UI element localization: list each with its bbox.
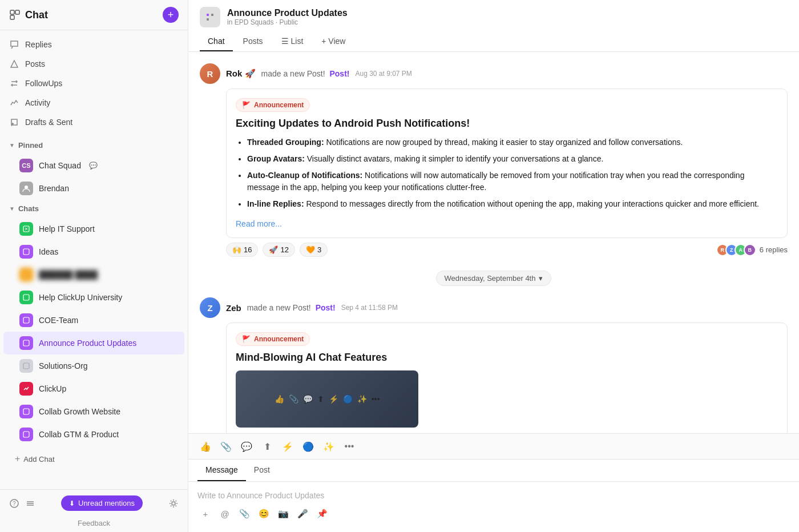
help-icon[interactable]: ?: [9, 498, 19, 509]
svg-rect-1: [15, 10, 19, 14]
sidebar-item-chat-squad[interactable]: CS Chat Squad 💬: [3, 154, 184, 177]
collab-growth-label: Collab Growth Website: [39, 407, 120, 416]
post-card-2: 🚩 Announcement Mind-Blowing AI Chat Feat…: [226, 323, 788, 433]
post-image-2: 👍📎💬⬆⚡🔵✨•••: [236, 370, 418, 428]
toolbar-action-icon[interactable]: ⚡: [280, 438, 296, 454]
input-attach-icon[interactable]: 📎: [236, 506, 252, 522]
solutions-org-avatar: [19, 359, 33, 373]
announce-avatar: [19, 336, 33, 350]
input-camera-icon[interactable]: 📷: [275, 506, 291, 522]
avatar-rok: R: [200, 63, 220, 84]
toolbar-attach-icon[interactable]: 📎: [218, 438, 234, 454]
sidebar-item-posts-label: Posts: [25, 59, 45, 68]
brendan-avatar: [19, 182, 33, 195]
toolbar-circle-icon[interactable]: 🔵: [300, 438, 316, 454]
sidebar-item-help-it[interactable]: Help IT Support: [3, 217, 184, 240]
ideas-avatar: [19, 245, 33, 259]
toolbar-sparkle-icon[interactable]: ✨: [321, 438, 337, 454]
chats-section-header[interactable]: ▼ Chats: [0, 200, 188, 217]
reaction-1[interactable]: 🙌 16: [226, 243, 258, 257]
toolbar-upload-icon[interactable]: ⬆: [259, 438, 275, 454]
input-plus-icon[interactable]: +: [197, 506, 213, 522]
toolbar-like-icon[interactable]: 👍: [197, 438, 213, 454]
bullet-1: Threaded Grouping: Notifications are now…: [247, 136, 778, 148]
sidebar-item-coe-team[interactable]: COE-Team: [3, 309, 184, 332]
unread-mentions-label: Unread mentions: [78, 499, 135, 507]
input-at-icon[interactable]: @: [217, 506, 233, 522]
chat-squad-avatar: CS: [19, 159, 33, 172]
tab-chat[interactable]: Chat: [200, 32, 233, 51]
toolbar-chat-icon[interactable]: 💬: [239, 438, 255, 454]
sidebar-item-announce[interactable]: Announce Product Updates: [3, 332, 184, 354]
svg-rect-23: [207, 14, 209, 16]
sidebar-item-activity[interactable]: Activity: [0, 93, 188, 112]
svg-rect-11: [23, 317, 29, 323]
tab-view[interactable]: + View: [313, 32, 353, 51]
reaction-3[interactable]: 🧡 3: [300, 243, 328, 257]
help-clickup-avatar: [19, 291, 33, 304]
collab-growth-avatar: [19, 405, 33, 418]
author-rok: Rok 🚀: [226, 68, 256, 79]
message-group-1: R Rok 🚀 made a new Post! Post! Aug 30 at…: [200, 63, 788, 257]
posts-icon: [9, 59, 19, 69]
sidebar-item-clickup[interactable]: ClickUp: [3, 377, 184, 400]
replies-count-1: 6 replies: [760, 245, 788, 254]
sidebar-item-collab-gtm[interactable]: Collab GTM & Product: [3, 423, 184, 446]
svg-rect-2: [10, 15, 14, 19]
replies-info-1[interactable]: R Z A B 6 replies: [716, 244, 788, 256]
add-chat-label: Add Chat: [23, 455, 54, 464]
coe-team-label: COE-Team: [39, 316, 78, 325]
date-pill[interactable]: Wednesday, September 4th ▾: [436, 271, 552, 286]
tab-posts[interactable]: Posts: [235, 32, 271, 51]
sidebar-item-followups[interactable]: FollowUps: [0, 74, 188, 93]
read-more-link-1[interactable]: Read more...: [236, 219, 282, 228]
unread-mentions-button[interactable]: ⬇ Unread mentions: [61, 495, 143, 511]
sidebar-item-posts[interactable]: Posts: [0, 54, 188, 74]
sidebar-item-help-clickup[interactable]: Help ClickUp University: [3, 286, 184, 309]
svg-marker-3: [11, 61, 18, 67]
input-mic-icon[interactable]: 🎤: [294, 506, 310, 522]
messages-area: R Rok 🚀 made a new Post! Post! Aug 30 at…: [188, 52, 799, 433]
sidebar-item-blurred[interactable]: ██████ ████: [3, 263, 184, 286]
sidebar-footer: ? ⬇ Unread mentions: [0, 489, 188, 517]
channel-meta: in EPD Squads · Public: [227, 18, 348, 26]
input-tab-post[interactable]: Post: [246, 460, 278, 481]
bullet-3: Auto-Cleanup of Notifications: Notificat…: [247, 170, 778, 194]
tab-list[interactable]: ☰ List: [273, 32, 312, 51]
pinned-section-header[interactable]: ▼ Pinned: [0, 136, 188, 154]
reply-avatar-4: B: [744, 244, 756, 256]
svg-rect-8: [23, 249, 29, 255]
sidebar-item-collab-growth[interactable]: Collab Growth Website: [3, 400, 184, 423]
input-emoji-icon[interactable]: 😊: [256, 506, 272, 522]
channel-title-row: Announce Product Updates in EPD Squads ·…: [200, 7, 788, 27]
input-area: Message Post Write to Announce Product U…: [188, 459, 799, 532]
add-chat-row[interactable]: + Add Chat: [0, 446, 188, 472]
add-chat-button[interactable]: + Add Chat: [9, 450, 179, 467]
toolbar-more-icon[interactable]: •••: [341, 438, 357, 454]
image-toolbar: 👍📎💬⬆⚡🔵✨•••: [275, 394, 380, 404]
add-button[interactable]: +: [163, 7, 179, 23]
svg-rect-0: [10, 10, 14, 14]
input-clip-icon[interactable]: 📌: [314, 506, 330, 522]
message-header-2: Z Zeb made a new Post! Post! Sep 4 at 11…: [200, 297, 788, 318]
announcement-flag-icon-2: 🚩: [242, 335, 251, 343]
sidebar-item-brendan[interactable]: Brendan: [3, 177, 184, 200]
post-badge-2: Post!: [316, 303, 336, 312]
header-tabs: Chat Posts ☰ List + View: [200, 32, 788, 51]
settings-icon[interactable]: [168, 498, 179, 509]
reaction-2[interactable]: 🚀 12: [263, 243, 294, 257]
sidebar-item-ideas[interactable]: Ideas: [3, 240, 184, 263]
sidebar-item-replies[interactable]: Replies: [0, 35, 188, 54]
feedback-label[interactable]: Feedback: [0, 517, 188, 532]
blurred-avatar: [19, 268, 33, 281]
reactions-group-1: 🙌 16 🚀 12 🧡 3: [226, 243, 328, 257]
list-icon[interactable]: [25, 498, 35, 509]
input-placeholder[interactable]: Write to Announce Product Updates: [197, 489, 790, 502]
sidebar-item-solutions-org[interactable]: Solutions-Org: [3, 354, 184, 377]
input-tab-message[interactable]: Message: [197, 460, 246, 481]
svg-point-4: [25, 186, 28, 189]
sidebar-item-drafts[interactable]: Drafts & Sent: [0, 112, 188, 132]
message-toolbar: 👍 📎 💬 ⬆ ⚡ 🔵 ✨ •••: [188, 433, 799, 459]
help-clickup-label: Help ClickUp University: [39, 293, 122, 302]
sidebar-item-followups-label: FollowUps: [25, 79, 62, 88]
